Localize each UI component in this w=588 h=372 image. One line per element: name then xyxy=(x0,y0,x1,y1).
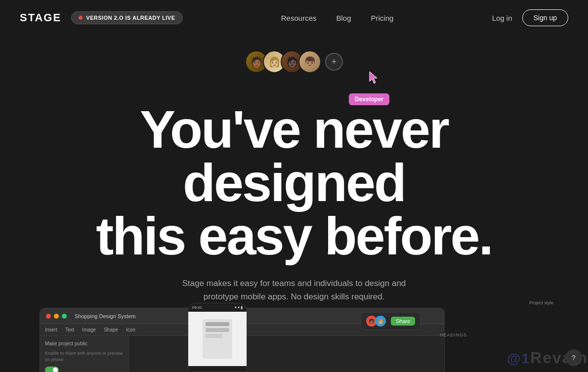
live-dot-icon xyxy=(79,16,83,20)
cursor-icon xyxy=(368,71,379,85)
text-tool[interactable]: Text xyxy=(65,327,74,332)
traffic-light-yellow xyxy=(54,314,59,319)
nav-blog[interactable]: Blog xyxy=(336,14,351,22)
navbar-left: STAGE VERSION 2.O IS ALREADY LIVE xyxy=(20,11,183,24)
svg-marker-0 xyxy=(370,72,377,83)
preview-sidebar: Make project public Enable to share with… xyxy=(40,336,129,372)
phone-time: 09:41 xyxy=(192,305,202,310)
nav-pricing[interactable]: Pricing xyxy=(371,14,394,22)
phone-preview: 09:41 ▾ ▾ ▮ xyxy=(188,303,247,372)
share-avatars: 🧑🏾 👩🏼 xyxy=(366,316,386,327)
share-overlay: 🧑🏾 👩🏼 Share xyxy=(361,312,420,330)
toggle-switch[interactable] xyxy=(45,367,59,372)
nav-resources[interactable]: Resources xyxy=(281,14,317,22)
avatars-container: 🧑🏾 👩🏼 🧑🏿 👦🏽 + Developer xyxy=(245,50,343,73)
login-link[interactable]: Log in xyxy=(492,14,512,22)
project-style-label: Project style xyxy=(529,300,553,305)
share-avatar-2: 👩🏼 xyxy=(375,316,386,327)
navbar: STAGE VERSION 2.O IS ALREADY LIVE Resour… xyxy=(0,0,588,36)
preview-body xyxy=(129,336,444,372)
help-button[interactable]: ? xyxy=(565,349,582,366)
insert-tool[interactable]: Insert xyxy=(45,327,57,332)
preview-sidebar-subtitle: Enable to share with anyone or preview o… xyxy=(45,350,124,363)
share-button[interactable]: Share xyxy=(391,317,415,326)
traffic-light-green xyxy=(62,314,67,319)
developer-tooltip: Developer xyxy=(349,93,389,105)
shape-tool[interactable]: Shape xyxy=(104,327,118,332)
preview-area: Shopping Design System Insert Text Image… xyxy=(0,293,588,372)
navbar-center: Resources Blog Pricing xyxy=(281,14,394,22)
version-badge[interactable]: VERSION 2.O IS ALREADY LIVE xyxy=(71,11,182,24)
navbar-right: Log in Sign up xyxy=(492,9,568,26)
phone-status-bar: 09:41 ▾ ▾ ▮ xyxy=(188,303,247,312)
signup-button[interactable]: Sign up xyxy=(522,9,568,26)
traffic-light-red xyxy=(46,314,51,319)
headings-label: HEADINGS xyxy=(440,332,467,337)
phone-screen xyxy=(188,312,247,366)
version-badge-text: VERSION 2.O IS ALREADY LIVE xyxy=(86,15,175,21)
logo: STAGE xyxy=(20,11,61,24)
avatar-4: 👦🏽 xyxy=(298,50,321,73)
preview-tab-label: Shopping Design System xyxy=(75,313,136,319)
avatars-group: 🧑🏾 👩🏼 🧑🏿 👦🏽 + xyxy=(245,50,343,73)
image-tool[interactable]: Image xyxy=(82,327,96,332)
icon-tool[interactable]: Icon xyxy=(126,327,135,332)
avatar-plus-button[interactable]: + xyxy=(325,53,343,71)
preview-sidebar-title: Make project public xyxy=(45,341,124,346)
hero-title: You've never designed this easy before. xyxy=(35,103,553,263)
phone-icons: ▾ ▾ ▮ xyxy=(235,305,243,310)
traffic-lights xyxy=(46,314,67,319)
